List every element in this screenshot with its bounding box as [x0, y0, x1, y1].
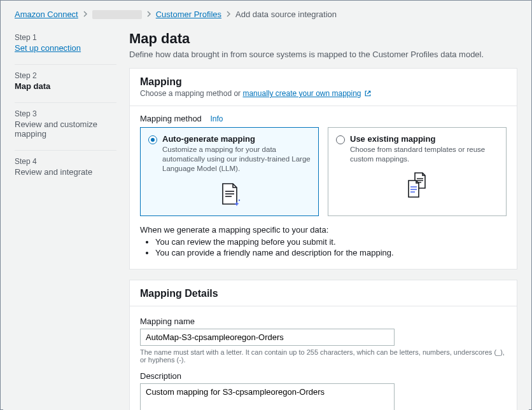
chevron-right-icon — [146, 10, 152, 19]
step-4-label: Step 4 — [15, 157, 116, 166]
step-1-link[interactable]: Set up connection — [15, 43, 116, 53]
mapping-name-help: The name must start with a letter. It ca… — [140, 348, 507, 364]
page-subtitle: Define how data brought in from source s… — [129, 50, 517, 59]
document-sparkle-icon — [148, 181, 311, 208]
mapping-details-title: Mapping Details — [140, 288, 507, 299]
mapping-card-subtitle: Choose a mapping method or manually crea… — [140, 89, 507, 99]
step-3-title: Review and customize mapping — [15, 120, 116, 139]
step-4-title: Review and integrate — [15, 167, 116, 177]
option-auto-generate[interactable]: Auto-generate mapping Customize a mappin… — [140, 127, 319, 216]
step-2-label: Step 2 — [15, 71, 116, 80]
radio-auto-generate[interactable] — [148, 135, 157, 144]
option-auto-desc: Customize a mapping for your data automa… — [162, 145, 311, 174]
gen-bullet-2: You can provide a friendly name and desc… — [155, 248, 507, 257]
step-separator — [15, 102, 116, 103]
svg-point-3 — [238, 200, 239, 201]
gen-bullet-1: You can review the mapping before you su… — [155, 237, 507, 247]
wizard-steps-sidebar: Step 1 Set up connection Step 2 Map data… — [15, 31, 116, 410]
manual-create-link[interactable]: manually create your own mapping — [242, 89, 361, 98]
mapping-name-input[interactable] — [140, 329, 395, 346]
option-existing-desc: Choose from standard templates or reuse … — [350, 145, 498, 164]
option-existing-title: Use existing mapping — [350, 134, 498, 144]
mapping-card: Mapping Choose a mapping method or manua… — [129, 68, 517, 270]
mapping-method-label: Mapping method Info — [140, 114, 507, 123]
option-auto-title: Auto-generate mapping — [162, 134, 311, 144]
breadcrumb-root[interactable]: Amazon Connect — [15, 10, 78, 19]
documents-stack-icon — [336, 172, 498, 200]
mapping-method-label-text: Mapping method — [140, 114, 202, 123]
page-title: Map data — [129, 31, 517, 47]
mapping-card-title: Mapping — [140, 76, 507, 88]
description-label: Description — [140, 371, 507, 381]
auto-generate-info: When we generate a mapping specific to y… — [140, 225, 507, 257]
external-link-icon — [364, 90, 372, 99]
info-link[interactable]: Info — [210, 114, 223, 123]
main-content: Map data Define how data brought in from… — [129, 31, 517, 410]
description-textarea[interactable] — [140, 383, 395, 410]
mapping-sub-prefix: Choose a mapping method or — [140, 89, 242, 98]
step-separator — [15, 64, 116, 65]
step-1-label: Step 1 — [15, 33, 116, 42]
step-2-current: Map data — [15, 81, 116, 91]
step-3-label: Step 3 — [15, 109, 116, 118]
mapping-name-label: Mapping name — [140, 317, 507, 326]
breadcrumb-instance-redacted — [92, 10, 142, 19]
mapping-details-card: Mapping Details Mapping name The name mu… — [129, 280, 517, 410]
breadcrumb-current: Add data source integration — [235, 10, 337, 19]
breadcrumb-profiles[interactable]: Customer Profiles — [156, 10, 221, 19]
option-use-existing[interactable]: Use existing mapping Choose from standar… — [328, 127, 507, 216]
breadcrumb: Amazon Connect Customer Profiles Add dat… — [3, 3, 529, 19]
chevron-right-icon — [82, 10, 88, 19]
step-separator — [15, 150, 116, 151]
chevron-right-icon — [225, 10, 232, 19]
radio-use-existing[interactable] — [336, 135, 345, 144]
gen-intro: When we generate a mapping specific to y… — [140, 225, 507, 235]
